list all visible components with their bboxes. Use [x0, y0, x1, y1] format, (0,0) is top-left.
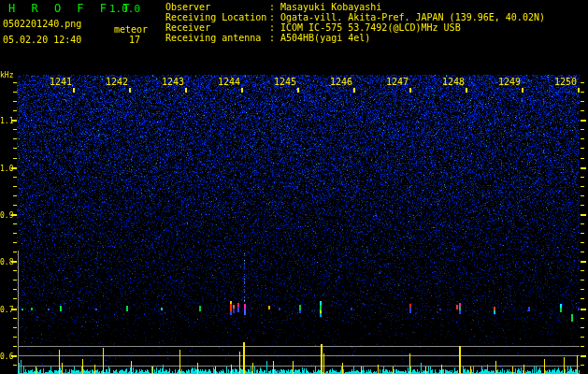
- info-separator: :: [269, 33, 280, 43]
- time-label: 1246: [317, 77, 352, 87]
- info-value: ICOM IC-575 53.7492(@LCD)MHz USB: [280, 22, 461, 33]
- info-label: Receiver: [165, 22, 269, 33]
- app-version: 1.0.0: [109, 3, 140, 15]
- freq-label: 0.9: [0, 211, 10, 220]
- freq-axis-unit: kHz: [0, 71, 13, 79]
- spectrogram-canvas: [0, 0, 588, 374]
- freq-label: 1.0: [0, 165, 10, 173]
- station-info: Observer : Masayuki Kobayashi Receiving …: [165, 2, 545, 43]
- time-label: 1242: [93, 77, 128, 87]
- freq-label: 0.8: [0, 258, 10, 266]
- info-row-antenna: Receiving antenna : A504HB(yagi 4el): [165, 33, 545, 43]
- time-label: 1245: [261, 77, 296, 87]
- time-label: 1244: [205, 77, 240, 87]
- freq-label: 1.1: [0, 117, 10, 125]
- info-separator: :: [269, 12, 280, 22]
- freq-label: 0.7: [0, 306, 10, 314]
- info-row-receiver: Receiver : ICOM IC-575 53.7492(@LCD)MHz …: [165, 22, 545, 33]
- time-label: 1248: [429, 77, 465, 87]
- info-row-observer: Observer : Masayuki Kobayashi: [165, 2, 545, 12]
- meteor-count: 17: [129, 35, 140, 45]
- time-label: 1249: [485, 77, 521, 87]
- info-row-location: Receiving Location : Ogata-vill. Akita-P…: [165, 12, 545, 22]
- info-label: Receiving Location: [165, 12, 269, 22]
- info-value: Ogata-vill. Akita-Pref. JAPAN (139.96E, …: [280, 12, 545, 22]
- observation-datetime: 05.02.20 12:40: [3, 35, 81, 45]
- info-label: Observer: [165, 2, 269, 12]
- observation-mode: meteor: [114, 24, 148, 35]
- info-value: A504HB(yagi 4el): [280, 33, 370, 43]
- freq-label: 0.6: [0, 352, 10, 361]
- time-label: 1247: [373, 77, 409, 87]
- time-label: 1241: [36, 77, 72, 87]
- time-label: 1250: [541, 77, 577, 87]
- info-separator: :: [269, 2, 280, 12]
- hrofft-screen: H R O F F T 1.0.0 0502201240.png meteor …: [0, 0, 588, 374]
- output-filename: 0502201240.png: [3, 19, 81, 29]
- info-label: Receiving antenna: [165, 33, 269, 43]
- info-value: Masayuki Kobayashi: [280, 2, 381, 12]
- time-label: 1243: [149, 77, 184, 87]
- info-separator: :: [269, 22, 280, 33]
